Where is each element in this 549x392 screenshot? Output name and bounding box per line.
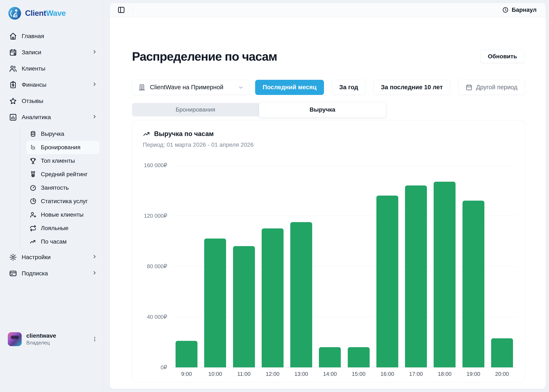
sidebar-subitem-gauge[interactable]: Занятость [27, 181, 99, 195]
sidebar-item-home[interactable]: Главная [8, 30, 99, 42]
period-button-label: За год [339, 84, 358, 91]
chevron-right-icon [91, 114, 97, 121]
medal-icon [29, 171, 37, 178]
sidebar-subitem-label: Бронирования [41, 144, 80, 151]
topbar: Барнаул [110, 3, 546, 17]
chevron-right-icon [91, 254, 97, 261]
sidebar-toggle-icon[interactable] [117, 6, 125, 14]
chart-title: Выручка по часам [154, 130, 214, 138]
card-icon [9, 269, 17, 278]
user-card[interactable]: clientwave Владелец [8, 332, 98, 346]
sidebar-item-finance[interactable]: Финансы [8, 78, 99, 91]
sidebar-item-star[interactable]: Отзывы [8, 95, 99, 107]
bar-column-11:00: 11:00 [230, 165, 258, 367]
bar-19:00 [462, 201, 484, 367]
analytics-icon [9, 113, 17, 121]
sidebar-subitem-label: По часам [41, 238, 67, 245]
sidebar-subitem-trend[interactable]: По часам [27, 235, 99, 248]
sidebar-item-calendar-dot[interactable]: Записи [8, 46, 99, 59]
x-axis-tick-label: 16:00 [373, 371, 402, 377]
x-axis-tick-label: 13:00 [287, 371, 316, 377]
chevron-right-icon [91, 81, 97, 89]
sidebar-item-users[interactable]: Клиенты [8, 62, 99, 75]
period-button-0[interactable]: Последний месяц [255, 80, 324, 95]
sidebar-subitem-coins[interactable]: Выручка [27, 127, 99, 141]
bar-column-10:00: 10:00 [201, 165, 229, 367]
branch-selector-value: ClientWave на Примерной [150, 84, 223, 91]
sidebar-nav: ГлавнаяЗаписиКлиентыФинансыОтзывыАналити… [8, 30, 99, 280]
sidebar-item-label: Отзывы [22, 98, 43, 105]
x-axis-tick-label: 10:00 [201, 371, 229, 377]
sidebar-item-gear[interactable]: Настройки [8, 251, 99, 264]
sidebar-item-label: Клиенты [22, 65, 45, 72]
coins-icon [29, 130, 37, 138]
sidebar-subitem-label: Статистика услуг [41, 198, 88, 205]
chart-card: Выручка по часам Период: 01 марта 2026 -… [132, 120, 525, 382]
app: { "topbar": { "location": "Барнаул" }, "… [0, 0, 549, 392]
sidebar-subitem-user-plus[interactable]: Новые клиенты [27, 208, 99, 222]
x-axis-tick-label: 20:00 [488, 371, 516, 377]
period-button-3[interactable]: Другой период [458, 80, 525, 95]
y-axis-tick-label: 0₽ [161, 364, 167, 371]
y-axis-tick-label: 120 000₽ [144, 212, 167, 219]
bar-13:00 [290, 222, 312, 367]
sidebar-item-label: Настройки [22, 254, 50, 261]
user-menu-kebab-icon[interactable] [91, 336, 98, 342]
sidebar-item-label: Записи [22, 49, 41, 56]
bar-column-19:00: 19:00 [459, 165, 488, 367]
sidebar-subitem-rows[interactable]: Бронирования [27, 141, 99, 154]
bar-9:00 [176, 341, 197, 367]
metric-tabs: БронированияВыручка [132, 103, 386, 116]
bar-11:00 [233, 246, 255, 367]
users-icon [9, 65, 17, 73]
bar-column-9:00: 9:00 [172, 165, 201, 367]
sidebar-item-label: Подписка [22, 270, 48, 277]
gridline [172, 367, 516, 368]
y-axis-tick-label: 80 000₽ [147, 263, 167, 269]
user-plus-icon [29, 211, 37, 218]
x-axis-tick-label: 17:00 [402, 371, 430, 377]
trophy-icon [29, 157, 37, 164]
tab-1[interactable]: Выручка [259, 102, 386, 118]
main-panel: Барнаул Распределение по часам Обновить … [110, 3, 546, 389]
sidebar-item-label: Финансы [22, 82, 47, 88]
sidebar-item-label: Главная [22, 33, 44, 40]
brand[interactable]: ClientWave [8, 6, 99, 20]
tab-label: Выручка [310, 106, 335, 113]
sidebar-subitem-label: Лояльные [41, 225, 69, 231]
sidebar: ClientWave ГлавнаяЗаписиКлиентыФинансыОт… [0, 0, 104, 392]
bar-column-13:00: 13:00 [287, 165, 316, 367]
bar-column-17:00: 17:00 [402, 165, 430, 367]
gauge-icon [29, 184, 37, 191]
x-axis-tick-label: 9:00 [172, 371, 201, 377]
sidebar-item-label: Аналитика [22, 114, 51, 121]
period-button-label: Последний месяц [263, 84, 316, 91]
refresh-button[interactable]: Обновить [480, 50, 525, 63]
sidebar-subitem-label: Топ клиенты [41, 157, 75, 164]
tab-0[interactable]: Бронирования [132, 103, 259, 116]
home-icon [9, 32, 17, 40]
sidebar-subitem-pie[interactable]: Статистика услуг [27, 195, 99, 208]
city-indicator[interactable]: Барнаул [502, 7, 537, 13]
period-button-1[interactable]: За год [332, 80, 366, 95]
sidebar-item-card[interactable]: Подписка [8, 267, 99, 280]
period-buttons: Последний месяцЗа годЗа последние 10 лет… [255, 80, 525, 95]
sidebar-subitem-label: Занятость [41, 184, 69, 191]
x-axis-tick-label: 18:00 [430, 371, 459, 377]
chevron-down-icon [238, 84, 244, 90]
star-icon [9, 97, 17, 105]
sidebar-subitem-trophy[interactable]: Топ клиенты [27, 154, 99, 168]
sidebar-subitem-repeat[interactable]: Лояльные [27, 222, 99, 235]
finance-icon [9, 81, 17, 89]
x-axis-tick-label: 15:00 [344, 371, 373, 377]
branch-selector[interactable]: ClientWave на Примерной [132, 80, 250, 95]
period-button-2[interactable]: За последние 10 лет [373, 80, 450, 95]
avatar [8, 332, 22, 346]
sidebar-subitem-medal[interactable]: Средний рейтинг [27, 168, 99, 181]
bar-17:00 [405, 185, 427, 367]
x-axis-tick-label: 19:00 [459, 371, 488, 377]
sidebar-item-analytics[interactable]: Аналитика [8, 111, 99, 124]
user-name: clientwave [26, 333, 56, 339]
brand-name: ClientWave [25, 9, 66, 18]
sidebar-subitem-label: Новые клиенты [41, 211, 83, 218]
